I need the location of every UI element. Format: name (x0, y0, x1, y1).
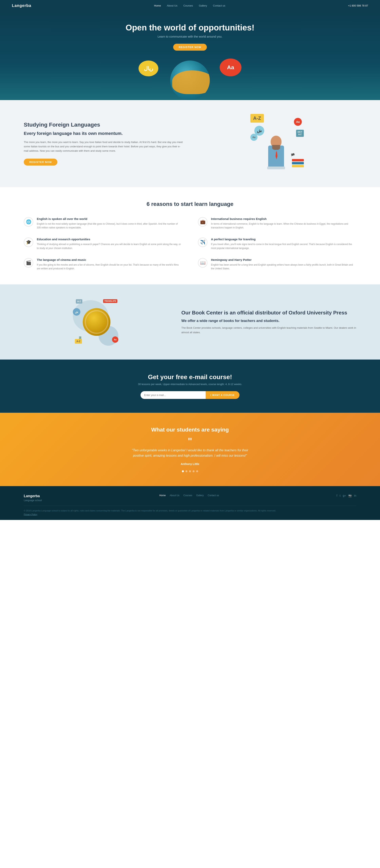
reason-2-icon: 💼 (198, 217, 207, 227)
reason-1-body: English is not the most widely spoken la… (37, 222, 182, 229)
nav-links: Home About Us Courses Gallery Contact us (154, 4, 225, 7)
book-body: The Book Center provides schools, langua… (181, 326, 356, 334)
reason-3-body: Thinking of studying abroad or publishin… (37, 243, 182, 250)
book-section: A-Z TRANSLATE A-Z Aa ش 茶 Our Book Center… (0, 284, 380, 360)
aa-bottom-right: Aa (112, 336, 118, 343)
reason-3-content: Education and research opportunities Thi… (37, 238, 182, 250)
nav-phone: +1 800 598 78 87 (348, 4, 368, 7)
footer-social: f t g+ 📷 in (337, 494, 356, 497)
nav-gallery[interactable]: Gallery (199, 4, 207, 7)
reason-5: 🎬 The language of cinema and music If yo… (24, 258, 182, 271)
globe-graphic (170, 61, 210, 100)
studying-subheading: Every foreign language has its own momen… (24, 131, 184, 136)
footer-tagline: Language school (24, 499, 42, 502)
teacher-laptop (267, 166, 285, 169)
reason-4: ✈️ A perfect language for traveling If y… (198, 238, 356, 250)
dot-3[interactable] (189, 470, 191, 472)
reason-6: 📖 Hemingway and Harry Potter English has… (198, 258, 356, 271)
reason-6-title: Hemingway and Harry Potter (211, 258, 356, 261)
studying-section: Studying Foreign Languages Every foreign… (0, 100, 380, 187)
book-subheading: We offer a wide range of books for teach… (181, 319, 356, 323)
email-form: I WANT A COURSE (141, 391, 239, 399)
hero-section: Open the world of opportunities! Learn t… (0, 11, 380, 100)
reason-3: 🎓 Education and research opportunities T… (24, 238, 182, 250)
nav-courses[interactable]: Courses (183, 4, 193, 7)
email-cta-button[interactable]: I WANT A COURSE (206, 391, 239, 399)
email-heading: Get your free e-mail course! (24, 373, 356, 381)
footer-legal: © 2016 Langerba Language school is subje… (24, 509, 356, 513)
studying-illustration: A-Z Aa ش Aa DICTA-Z (196, 114, 356, 173)
studying-body: The more you learn, the more you want to… (24, 140, 184, 153)
bubble-aa: Aa (220, 59, 241, 76)
facebook-icon[interactable]: f (337, 494, 337, 497)
book-heading: Our Book Center is an official distribut… (181, 310, 356, 316)
footer-nav-about[interactable]: About Us (170, 494, 179, 497)
nav-home[interactable]: Home (154, 4, 161, 7)
book-globe (83, 308, 111, 336)
dict-label: DICTA-Z (296, 130, 304, 137)
az-corner: A-Z (76, 299, 82, 304)
navbar: Langerba Home About Us Courses Gallery C… (0, 0, 380, 11)
dot-2[interactable] (185, 470, 187, 472)
book-illustration: A-Z TRANSLATE A-Z Aa ش 茶 (24, 298, 169, 346)
reason-5-content: The language of cinema and music If you … (37, 258, 182, 271)
footer-nav-contact[interactable]: Contact us (208, 494, 219, 497)
teacher-beard (272, 145, 280, 150)
reason-4-title: A perfect language for traveling (211, 238, 356, 241)
footer-privacy[interactable]: Privacy Policy (24, 513, 37, 516)
hero-subtitle: Learn to communicate with the world arou… (157, 35, 223, 38)
nav-logo[interactable]: Langerba (12, 3, 31, 8)
email-section: Get your free e-mail course! 30 lessons … (0, 360, 380, 413)
twitter-icon[interactable]: t (340, 494, 341, 497)
globe-land (172, 70, 210, 94)
reasons-heading: 6 reasons to start learn language (24, 201, 356, 207)
footer-nav-gallery[interactable]: Gallery (196, 494, 204, 497)
linkedin-icon[interactable]: in (354, 494, 356, 497)
tea-char: 茶 (79, 336, 82, 340)
reason-5-title: The language of cinema and music (37, 258, 182, 261)
footer-brand: Langerba Language school (24, 494, 42, 502)
footer-nav: Home About Us Courses Gallery Contact us (159, 494, 219, 497)
reason-2-body: In terms of international commerce, Engl… (211, 222, 356, 229)
az-card: A-Z (251, 114, 264, 123)
reason-6-icon: 📖 (198, 258, 207, 268)
reason-4-content: A perfect language for traveling If you … (211, 238, 356, 250)
reason-5-body: If you like going to the movies and are … (37, 263, 182, 271)
reason-2: 💼 International business requires Englis… (198, 217, 356, 229)
reason-1: 🌐 English is spoken all over the world E… (24, 217, 182, 229)
dot-1[interactable] (182, 470, 184, 472)
instagram-icon[interactable]: 📷 (348, 494, 352, 497)
hero-illustration: ريال Aa (123, 57, 257, 100)
hero-register-button[interactable]: REGISTER NOW (173, 44, 207, 51)
aa-bubble-small: Aa (251, 134, 258, 141)
reason-1-title: English is spoken all over the world (37, 217, 182, 220)
testimonial-author: Anthony Little (24, 462, 356, 466)
studying-register-button[interactable]: REGISTER NOW (24, 159, 57, 165)
footer-top: Langerba Language school Home About Us C… (24, 494, 356, 506)
email-input[interactable] (141, 391, 206, 399)
testimonial-heading: What our students are saying (24, 427, 356, 433)
hero-title: Open the world of opportunities! (126, 23, 255, 32)
googleplus-icon[interactable]: g+ (343, 494, 346, 497)
footer-nav-courses[interactable]: Courses (183, 494, 193, 497)
bubble-arabic: ريال (139, 61, 158, 76)
nav-contact[interactable]: Contact us (213, 4, 225, 7)
flag-decoration: 🏴 (291, 153, 295, 157)
email-subtext: 30 lessons per week, Upper-intermediate … (24, 383, 356, 385)
reasons-section: 6 reasons to start learn language 🌐 Engl… (0, 187, 380, 284)
studying-heading: Studying Foreign Languages (24, 122, 184, 128)
testimonial-section: What our students are saying " "Two unfo… (0, 413, 380, 486)
footer-nav-home[interactable]: Home (159, 494, 166, 497)
reason-2-content: International business requires English … (211, 217, 356, 229)
book-stack (292, 159, 304, 167)
nav-about[interactable]: About Us (167, 4, 177, 7)
dot-5[interactable] (196, 470, 198, 472)
testimonial-dots (24, 470, 356, 472)
translate-label: TRANSLATE (103, 299, 117, 303)
quote-mark: " (24, 439, 356, 443)
reason-2-title: International business requires English (211, 217, 356, 220)
dot-4[interactable] (193, 470, 195, 472)
footer: Langerba Language school Home About Us C… (0, 486, 380, 520)
reason-6-content: Hemingway and Harry Potter English has b… (211, 258, 356, 271)
reason-6-body: English has been around for a long time … (211, 263, 356, 271)
